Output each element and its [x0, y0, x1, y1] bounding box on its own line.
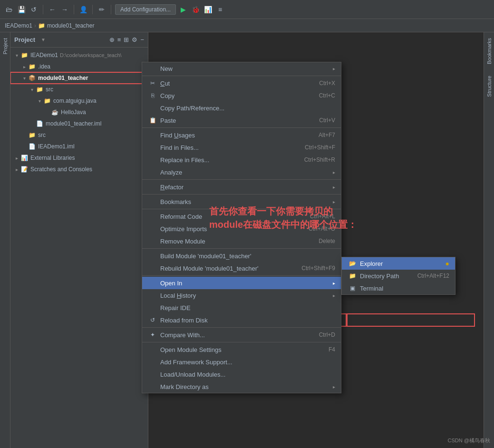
toolbar: 🗁 💾 ↺ ← → 👤 ✏ Add Configuration... ▶ 🐞 📊… [0, 0, 494, 19]
menu-item-build-module[interactable]: Build Module 'module01_teacher' [142, 250, 341, 262]
menu-item-refactor[interactable]: Refactor ▸ [142, 181, 341, 193]
menu-item-analyze[interactable]: Analyze ▸ [142, 166, 341, 178]
tree-icon-scratches: 📝 [20, 165, 29, 174]
tree-arrow-scratches: ▸ [13, 167, 20, 172]
menu-item-copy[interactable]: ⎘ Copy Ctrl+C [142, 89, 341, 102]
edge-tabs-right: Bookmarks Structure [484, 32, 494, 448]
tree-item-com-atguigu[interactable]: ▾ 📁 com.atguigu.java [10, 95, 148, 107]
submenu-open-in: 📂 Explorer ● 📁 Directory Path Ctrl+Alt+F… [341, 257, 455, 295]
toolbar-divider-1 [43, 5, 43, 14]
menu-shortcut-compare-with: Ctrl+D [319, 331, 335, 338]
menu-item-remove-module[interactable]: Remove Module Delete [142, 235, 341, 247]
add-config-button[interactable]: Add Configuration... [115, 4, 176, 15]
menu-item-rebuild-module[interactable]: Rebuild Module 'module01_teacher' Ctrl+S… [142, 262, 341, 274]
toolbar-icon-edit[interactable]: ✏ [97, 4, 107, 15]
menu-arrow-refactor: ▸ [333, 185, 335, 190]
toolbar-icon-coverage[interactable]: ≡ [215, 4, 225, 15]
toolbar-icon-run[interactable]: ▶ [178, 4, 188, 15]
menu-item-compare-with[interactable]: ✦ Compare With... Ctrl+D [142, 329, 341, 341]
menu-item-bookmarks[interactable]: Bookmarks ▸ [142, 195, 341, 208]
menu-item-open-in[interactable]: Open In ▸ [142, 277, 341, 289]
sidebar-icon-expand[interactable]: ⊞ [124, 36, 129, 43]
menu-label-add-framework-support: Add Framework Support... [160, 359, 335, 366]
sidebar-icon-locate[interactable]: ⊕ [109, 36, 115, 43]
menu-sep-1 [142, 76, 341, 76]
menu-label-reformat-code: Reformat Code [160, 213, 300, 220]
toolbar-icon-save[interactable]: 🗁 [4, 4, 14, 15]
toolbar-divider-2 [74, 5, 74, 14]
menu-sep-8 [142, 327, 341, 328]
edge-tab-bookmarks[interactable]: Bookmarks [485, 32, 494, 70]
menu-item-copy-path[interactable]: Copy Path/Reference... [142, 102, 341, 114]
menu-sep-5 [142, 209, 341, 209]
tree-item-ideademo1[interactable]: ▾ 📁 IEADemo1 D:\code\workspace_teach\ [10, 49, 148, 61]
menu-shortcut-cut: Ctrl+X [319, 80, 335, 87]
menu-item-load-unload-modules[interactable]: Load/Unload Modules... [142, 368, 341, 380]
tree-label-com-atguigu: com.atguigu.java [53, 97, 97, 104]
sidebar-title: Project [14, 36, 35, 43]
submenu-item-terminal[interactable]: ▣ Terminal [342, 282, 455, 294]
menu-sep-7 [142, 275, 341, 276]
toolbar-icon-back[interactable]: ← [47, 4, 58, 15]
tree-item-ideademo1-iml[interactable]: 📄 IEADemo1.iml [10, 141, 148, 152]
tree-label-src2: src [46, 86, 53, 93]
submenu-item-directory-path[interactable]: 📁 Directory Path Ctrl+Alt+F12 [342, 270, 455, 282]
menu-item-paste[interactable]: 📋 Paste Ctrl+V [142, 114, 341, 127]
tree-label-module01: module01_teacher [38, 75, 88, 81]
menu-item-add-framework-support[interactable]: Add Framework Support... [142, 356, 341, 368]
toolbar-icon-profile[interactable]: 📊 [203, 4, 213, 15]
csdn-watermark: CSDN @橘鸟春秋 [448, 437, 490, 444]
menu-label-compare-with: Compare With... [160, 331, 310, 339]
menu-item-open-module-settings[interactable]: Open Module Settings F4 [142, 343, 341, 356]
menu-label-mark-directory-as: Mark Directory as [160, 383, 329, 390]
sidebar-icon-settings[interactable]: ⚙ [132, 36, 137, 43]
sidebar-header: Project ▼ ⊕ ≡ ⊞ ⚙ − [10, 32, 148, 48]
breadcrumb-current[interactable]: module01_teacher [47, 22, 94, 29]
toolbar-icon-sync[interactable]: ↺ [29, 4, 39, 15]
menu-item-find-in-files[interactable]: Find in Files... Ctrl+Shift+F [142, 141, 341, 154]
tree-item-src1[interactable]: 📁 src [10, 129, 148, 141]
tree-item-src2[interactable]: ▾ 📁 src [10, 84, 148, 95]
menu-item-local-history[interactable]: Local History ▸ [142, 289, 341, 302]
sidebar-dropdown-arrow[interactable]: ▼ [41, 37, 46, 42]
sidebar-header-icons: ⊕ ≡ ⊞ ⚙ − [109, 36, 144, 43]
menu-item-replace-in-files[interactable]: Replace in Files... Ctrl+Shift+R [142, 154, 341, 166]
menu-item-repair-ide[interactable]: Repair IDE [142, 302, 341, 314]
breadcrumb-root[interactable]: IEADemo1 [5, 22, 32, 29]
menu-item-find-usages[interactable]: Find Usages Alt+F7 [142, 129, 341, 141]
menu-item-cut[interactable]: ✂ Cut Ctrl+X [142, 77, 341, 89]
sidebar-icon-collapse[interactable]: ≡ [117, 36, 121, 43]
toolbar-icon-user[interactable]: 👤 [78, 4, 88, 15]
toolbar-divider-4 [111, 5, 111, 14]
sidebar-icon-close[interactable]: − [140, 36, 144, 43]
menu-item-optimize-imports[interactable]: Optimize Imports Ctrl+Alt+O [142, 223, 341, 235]
submenu-icon-terminal: ▣ [348, 285, 357, 292]
toolbar-icon-debug[interactable]: 🐞 [190, 4, 201, 15]
submenu-icon-directory-path: 📁 [348, 273, 357, 279]
tree-item-external-libs[interactable]: ▸ 📊 External Libraries [10, 152, 148, 164]
tree-item-hellojava[interactable]: ☕ HelloJava [10, 107, 148, 118]
submenu-item-explorer[interactable]: 📂 Explorer ● [342, 257, 455, 270]
tree-item-module01-iml[interactable]: 📄 module01_teacher.iml [10, 118, 148, 129]
tree-label-idea: .idea [38, 63, 50, 70]
menu-item-reload-from-disk[interactable]: ↺ Reload from Disk [142, 314, 341, 326]
tree-item-scratches[interactable]: ▸ 📝 Scratches and Consoles [10, 164, 148, 175]
submenu-shortcut-directory-path: Ctrl+Alt+F12 [417, 273, 449, 279]
toolbar-icon-disk[interactable]: 💾 [16, 4, 27, 15]
submenu-label-directory-path: Directory Path [360, 273, 417, 280]
menu-sep-6 [142, 248, 341, 249]
tree-item-idea[interactable]: ▸ 📁 .idea [10, 61, 148, 72]
menu-label-reload-from-disk: Reload from Disk [160, 317, 335, 324]
menu-sep-9 [142, 342, 341, 342]
tree-arrow-com-atguigu: ▾ [36, 98, 43, 104]
edge-tab-project[interactable]: Project [1, 32, 10, 60]
menu-item-reformat-code[interactable]: Reformat Code Ctrl+Alt+L [142, 210, 341, 223]
menu-item-mark-directory-as[interactable]: Mark Directory as ▸ [142, 380, 341, 393]
tree-icon-idea: 📁 [28, 62, 36, 71]
menu-item-new[interactable]: New ▸ [142, 62, 341, 75]
edge-tab-structure[interactable]: Structure [485, 70, 494, 103]
menu-label-optimize-imports: Optimize Imports [160, 225, 299, 233]
toolbar-icon-forward[interactable]: → [59, 4, 70, 15]
tree-label-ideademo1: IEADemo1 [30, 52, 58, 58]
tree-item-module01-teacher[interactable]: ▾ 📦 module01_teacher [10, 72, 148, 84]
